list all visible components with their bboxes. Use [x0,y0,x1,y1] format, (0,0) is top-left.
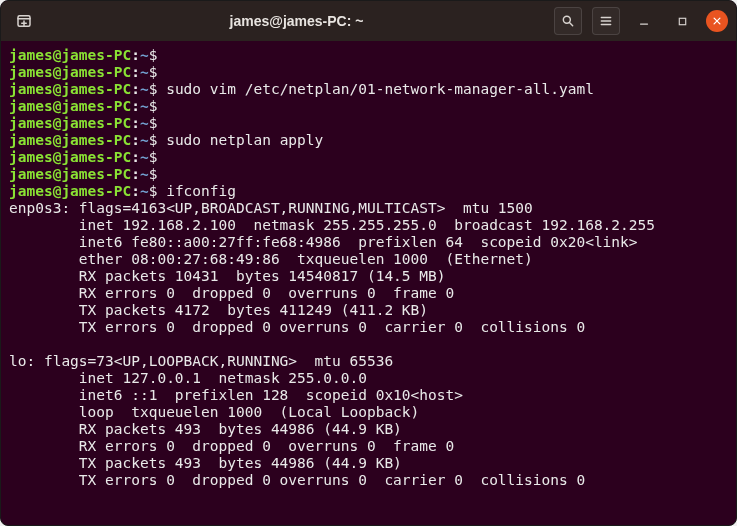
prompt-line: james@james-PC:~$ [9,47,166,63]
prompt-line: james@james-PC:~$ [9,149,166,165]
titlebar-left [9,6,39,36]
prompt-colon: : [131,47,140,63]
command-text: sudo netplan apply [166,132,323,148]
prompt-userhost: james@james-PC [9,166,131,182]
output-line: lo: flags=73<UP,LOOPBACK,RUNNING> mtu 65… [9,353,393,369]
output-line: inet 192.168.2.100 netmask 255.255.255.0… [9,217,655,233]
command-text: sudo vim /etc/netplan/01-network-manager… [166,81,594,97]
hamburger-icon [599,14,613,28]
prompt-userhost: james@james-PC [9,132,131,148]
prompt-userhost: james@james-PC [9,98,131,114]
prompt-colon: : [131,64,140,80]
prompt-sigil: $ [149,64,158,80]
minimize-button[interactable] [630,7,658,35]
prompt-userhost: james@james-PC [9,115,131,131]
output-line: inet6 fe80::a00:27ff:fe68:4986 prefixlen… [9,234,638,250]
prompt-colon: : [131,149,140,165]
prompt-userhost: james@james-PC [9,149,131,165]
prompt-colon: : [131,81,140,97]
prompt-line: james@james-PC:~$ [9,166,166,182]
close-button[interactable] [706,10,728,32]
output-line: RX packets 493 bytes 44986 (44.9 KB) [9,421,402,437]
maximize-button[interactable] [668,7,696,35]
output-line: TX packets 4172 bytes 411249 (411.2 KB) [9,302,428,318]
output-line: ether 08:00:27:68:49:86 txqueuelen 1000 … [9,251,533,267]
prompt-sigil: $ [149,81,158,97]
prompt-path: ~ [140,183,149,199]
prompt-path: ~ [140,166,149,182]
command-text: ifconfig [166,183,236,199]
prompt-colon: : [131,98,140,114]
prompt-line: james@james-PC:~$ [9,115,166,131]
prompt-userhost: james@james-PC [9,81,131,97]
prompt-userhost: james@james-PC [9,183,131,199]
minimize-icon [638,15,650,27]
menu-button[interactable] [592,7,620,35]
titlebar-right [554,7,728,35]
window-title: james@james-PC: ~ [39,13,554,29]
svg-line-5 [569,22,572,25]
prompt-sigil: $ [149,166,158,182]
prompt-colon: : [131,166,140,182]
output-line: TX errors 0 dropped 0 overruns 0 carrier… [9,472,585,488]
maximize-icon [677,16,688,27]
prompt-path: ~ [140,149,149,165]
prompt-path: ~ [140,64,149,80]
prompt-colon: : [131,132,140,148]
prompt-line: james@james-PC:~$ [9,98,166,114]
output-line: inet 127.0.0.1 netmask 255.0.0.0 [9,370,367,386]
terminal-body[interactable]: james@james-PC:~$ james@james-PC:~$ jame… [1,41,736,525]
new-tab-icon [15,12,33,30]
svg-rect-10 [679,18,685,24]
prompt-line: james@james-PC:~$ sudo netplan apply [9,132,323,148]
prompt-sigil: $ [149,115,158,131]
new-tab-button[interactable] [9,6,39,36]
prompt-userhost: james@james-PC [9,47,131,63]
terminal-window: james@james-PC: ~ [0,0,737,526]
output-line: TX packets 493 bytes 44986 (44.9 KB) [9,455,402,471]
output-line: TX errors 0 dropped 0 overruns 0 carrier… [9,319,585,335]
output-line: RX packets 10431 bytes 14540817 (14.5 MB… [9,268,446,284]
output-line: enp0s3: flags=4163<UP,BROADCAST,RUNNING,… [9,200,533,216]
prompt-path: ~ [140,47,149,63]
prompt-sigil: $ [149,149,158,165]
prompt-colon: : [131,115,140,131]
prompt-sigil: $ [149,183,158,199]
output-line: loop txqueuelen 1000 (Local Loopback) [9,404,419,420]
close-icon [712,16,722,26]
titlebar: james@james-PC: ~ [1,1,736,41]
prompt-sigil: $ [149,98,158,114]
search-icon [561,14,575,28]
prompt-path: ~ [140,81,149,97]
prompt-path: ~ [140,132,149,148]
prompt-sigil: $ [149,47,158,63]
output-line: RX errors 0 dropped 0 overruns 0 frame 0 [9,285,454,301]
prompt-path: ~ [140,98,149,114]
output-line: RX errors 0 dropped 0 overruns 0 frame 0 [9,438,454,454]
prompt-colon: : [131,183,140,199]
prompt-line: james@james-PC:~$ [9,64,166,80]
search-button[interactable] [554,7,582,35]
prompt-sigil: $ [149,132,158,148]
prompt-line: james@james-PC:~$ sudo vim /etc/netplan/… [9,81,594,97]
prompt-userhost: james@james-PC [9,64,131,80]
prompt-line: james@james-PC:~$ ifconfig [9,183,236,199]
prompt-path: ~ [140,115,149,131]
output-line: inet6 ::1 prefixlen 128 scopeid 0x10<hos… [9,387,463,403]
